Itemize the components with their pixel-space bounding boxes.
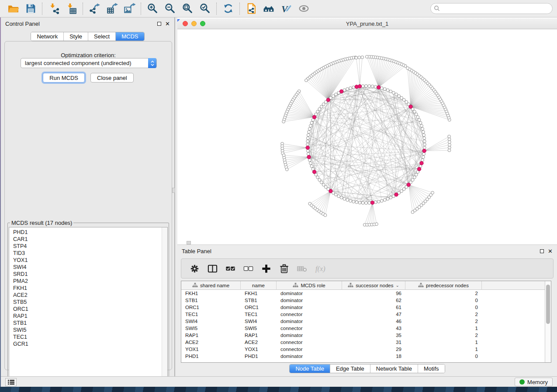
column-header-MCDS-role[interactable]: MCDS role: [277, 281, 342, 289]
close-panel-icon[interactable]: ✕: [165, 22, 170, 26]
table-cell: connector: [277, 347, 342, 352]
table-scrollbar[interactable]: [545, 281, 551, 362]
close-table-panel-icon[interactable]: ✕: [548, 249, 553, 253]
save-session-icon[interactable]: [22, 2, 39, 16]
mcds-result-item[interactable]: STP4: [13, 243, 167, 250]
tab-mcds[interactable]: MCDS: [116, 32, 144, 41]
mcds-result-item[interactable]: PHD1: [13, 229, 167, 236]
table-settings-icon[interactable]: [187, 261, 203, 276]
eye-icon[interactable]: [295, 2, 312, 16]
mcds-result-item[interactable]: PMA2: [13, 278, 167, 285]
toolbar-icons: V: [4, 2, 312, 16]
table-panel: Table Panel ✕ f(x) shared namenameMCDS r…: [177, 244, 557, 376]
mcds-result-item[interactable]: SRD1: [13, 271, 167, 278]
mcds-result-item[interactable]: SWI4: [13, 264, 167, 271]
table-row[interactable]: RAP1RAP1dominator352: [181, 332, 551, 339]
tab-motifs[interactable]: Motifs: [418, 364, 445, 373]
optimization-criterion-label: Optimization criterion:: [5, 52, 172, 58]
tab-network[interactable]: Network: [31, 32, 64, 41]
table-row[interactable]: ACE2ACE2connector311: [181, 339, 551, 346]
memory-button[interactable]: Memory: [515, 378, 553, 386]
delete-column-icon[interactable]: [276, 261, 292, 276]
table-cell: RAP1: [181, 333, 241, 338]
main-toolbar: V: [0, 0, 557, 17]
mcds-result-item[interactable]: FKH1: [13, 285, 167, 292]
table-row[interactable]: PHD1PHD1dominator180: [181, 353, 551, 360]
select-all-rows-icon[interactable]: [222, 261, 239, 276]
search-input[interactable]: [430, 3, 553, 14]
column-header-successor-nodes[interactable]: successor nodes⌄: [342, 281, 405, 289]
table-cell: PHD1: [241, 354, 277, 359]
mcds-result-item[interactable]: STB1: [13, 320, 167, 327]
tab-node-table[interactable]: Node Table: [290, 364, 330, 373]
svg-text:f(x): f(x): [315, 265, 325, 273]
mcds-result-item[interactable]: TEC1: [13, 334, 167, 340]
table-row[interactable]: SWI4SWI4dominator462: [181, 318, 551, 325]
column-header-predecessor-nodes[interactable]: predecessor nodes: [405, 281, 482, 289]
table-cell: dominator: [277, 291, 342, 296]
tab-style[interactable]: Style: [64, 32, 88, 41]
criterion-dropdown-value: largest connected component (undirected): [25, 60, 131, 66]
memory-label: Memory: [527, 379, 548, 385]
apply-layout-icon[interactable]: [219, 2, 237, 16]
status-bar: Memory: [0, 376, 557, 387]
delete-table-icon: [294, 261, 310, 276]
export-image-icon[interactable]: [121, 2, 138, 16]
memory-status-icon: [519, 379, 525, 385]
column-header-name[interactable]: name: [241, 281, 277, 289]
table-row[interactable]: TEC1TEC1connector472: [181, 311, 551, 318]
column-header-shared-name[interactable]: shared name: [181, 281, 241, 289]
tab-select[interactable]: Select: [88, 32, 116, 41]
table-row[interactable]: YOX1YOX1connector291: [181, 346, 551, 353]
table-cell: dominator: [277, 298, 342, 303]
task-history-button[interactable]: [5, 378, 17, 386]
run-mcds-button[interactable]: Run MCDS: [43, 73, 85, 83]
mcds-result-item[interactable]: ACE2: [13, 292, 167, 299]
float-table-panel-icon[interactable]: [540, 249, 544, 253]
mcds-result-item[interactable]: TID3: [13, 250, 167, 257]
table-row[interactable]: STB1STB1dominator620: [181, 297, 551, 304]
table-panel-titlebar: Table Panel ✕: [177, 245, 557, 257]
zoom-out-icon[interactable]: [161, 2, 179, 16]
mcds-result-item[interactable]: RAP1: [13, 313, 167, 320]
table-cell: YOX1: [181, 347, 241, 352]
toggle-panel-mode-icon[interactable]: [204, 261, 221, 276]
tab-network-table[interactable]: Network Table: [370, 364, 418, 373]
mcds-result-item[interactable]: STB5: [13, 299, 167, 306]
import-network-icon[interactable]: [45, 2, 62, 16]
mcds-result-item[interactable]: SWI5: [13, 327, 167, 334]
column-label: shared name: [200, 283, 229, 288]
mcds-result-list[interactable]: PHD1CAR1STP4TID3YOX1SWI4SRD1PMA2FKH1ACE2…: [9, 227, 168, 381]
column-type-icon: [348, 282, 353, 289]
result-list-scrollbar[interactable]: [162, 227, 167, 380]
close-panel-button[interactable]: Close panel: [90, 73, 134, 83]
zoom-in-icon[interactable]: [144, 2, 161, 16]
vizmapper-icon[interactable]: V: [277, 2, 295, 16]
table-body: FKH1FKH1dominator962STB1STB1dominator620…: [181, 290, 551, 360]
table-row[interactable]: FKH1FKH1dominator962: [181, 290, 551, 297]
float-panel-icon[interactable]: [157, 22, 161, 26]
export-network-icon[interactable]: [86, 2, 103, 16]
mcds-result-item[interactable]: GCR1: [13, 340, 167, 347]
table-row[interactable]: ORC1ORC1dominator610: [181, 304, 551, 311]
horizontal-splitter-handle[interactable]: [187, 241, 191, 244]
zoom-fit-icon[interactable]: [179, 2, 196, 16]
export-table-icon[interactable]: [103, 2, 121, 16]
criterion-dropdown[interactable]: largest connected component (undirected): [21, 58, 157, 68]
table-row[interactable]: SWI5SWI5connector431: [181, 325, 551, 332]
share-document-icon[interactable]: [242, 2, 260, 16]
search-network-icon[interactable]: [260, 2, 277, 16]
open-session-icon[interactable]: [4, 2, 22, 16]
tab-edge-table[interactable]: Edge Table: [330, 364, 370, 373]
table-scrollbar-thumb[interactable]: [546, 285, 550, 324]
deselect-all-rows-icon[interactable]: [240, 261, 256, 276]
vertical-splitter-handle[interactable]: [172, 188, 175, 193]
table-cell: STB1: [241, 298, 277, 303]
mcds-result-item[interactable]: ORC1: [13, 306, 167, 313]
mcds-result-item[interactable]: YOX1: [13, 257, 167, 264]
zoom-selected-icon[interactable]: [196, 2, 214, 16]
add-column-icon[interactable]: [258, 261, 274, 276]
mcds-result-item[interactable]: CAR1: [13, 236, 167, 243]
network-graph[interactable]: [177, 29, 557, 244]
import-table-icon[interactable]: [62, 2, 80, 16]
